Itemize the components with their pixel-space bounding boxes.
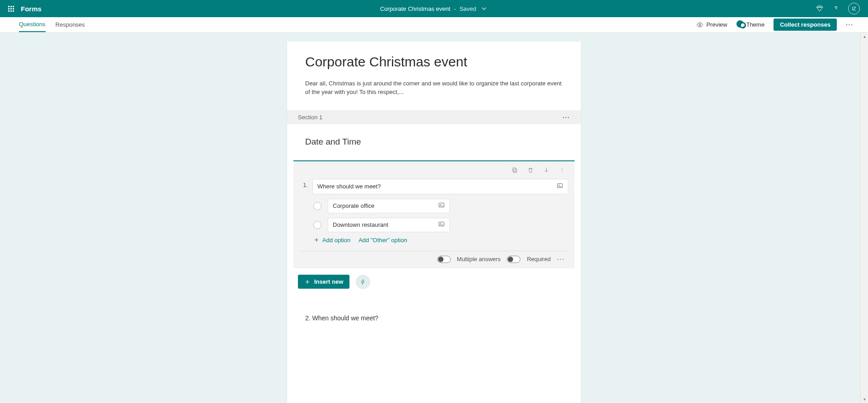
plus-icon xyxy=(304,279,311,285)
vertical-scrollbar[interactable]: ▴ ▾ xyxy=(860,33,868,403)
section-title[interactable]: Date and Time xyxy=(305,137,563,147)
premium-icon[interactable] xyxy=(816,5,824,13)
lightning-icon xyxy=(360,279,366,285)
form-header[interactable]: Corporate Christmas event Dear all, Chri… xyxy=(287,42,581,110)
top-right-actions: IZ xyxy=(816,3,865,14)
scroll-down-arrow[interactable]: ▾ xyxy=(861,395,868,403)
insert-new-label: Insert new xyxy=(314,278,343,285)
form-card: Corporate Christmas event Dear all, Chri… xyxy=(287,42,581,403)
theme-icon xyxy=(736,20,744,29)
question-1-editor: 1. Where should we meet? Corporate offic… xyxy=(293,160,575,268)
question-number: 1. xyxy=(300,179,308,188)
required-toggle[interactable] xyxy=(507,256,520,263)
question-title-text: Where should we meet? xyxy=(317,183,381,190)
form-title-text: Corporate Christmas event xyxy=(380,5,450,12)
svg-point-4 xyxy=(559,185,560,186)
waffle-icon xyxy=(8,6,14,12)
question-footer: Multiple answers Required ··· xyxy=(300,251,568,268)
collect-responses-button[interactable]: Collect responses xyxy=(774,19,837,31)
suggestions-button[interactable] xyxy=(356,275,370,289)
app-name[interactable]: Forms xyxy=(21,5,42,13)
radio-icon xyxy=(313,221,321,229)
multiple-answers-toggle[interactable] xyxy=(437,256,451,263)
chevron-down-icon[interactable] xyxy=(480,5,488,13)
svg-rect-2 xyxy=(513,168,516,171)
option-1-text: Corporate office xyxy=(333,202,374,209)
insert-media-icon[interactable] xyxy=(557,183,563,191)
question-2-preview[interactable]: 2. When should we meet? xyxy=(287,289,581,331)
svg-rect-1 xyxy=(514,169,517,173)
status-separator: - xyxy=(454,5,456,12)
help-icon[interactable] xyxy=(832,5,840,13)
svg-point-6 xyxy=(440,204,441,205)
top-bar: Forms Corporate Christmas event - Saved … xyxy=(0,0,868,17)
plus-icon xyxy=(313,237,320,243)
preview-button[interactable]: Preview xyxy=(696,21,727,28)
multiple-answers-label: Multiple answers xyxy=(457,256,501,262)
option-2-input[interactable]: Downtown restaurant xyxy=(328,218,450,232)
scroll-up-arrow[interactable]: ▴ xyxy=(861,33,868,40)
option-2-text: Downtown restaurant xyxy=(333,221,388,228)
form-title-heading[interactable]: Corporate Christmas event xyxy=(305,54,563,70)
question-2-text: When should we meet? xyxy=(312,314,378,322)
avatar-initials: IZ xyxy=(852,6,856,11)
question-2-number: 2. xyxy=(305,314,311,322)
copy-question-button[interactable] xyxy=(511,167,518,175)
option-1-input[interactable]: Corporate office xyxy=(328,199,450,213)
section-more-button[interactable]: ··· xyxy=(562,114,570,121)
add-option-row: Add option Add "Other" option xyxy=(313,237,568,244)
command-bar: Questions Responses Preview Theme Collec… xyxy=(0,17,868,33)
theme-button[interactable]: Theme xyxy=(736,20,764,29)
canvas-area: Corporate Christmas event Dear all, Chri… xyxy=(0,33,868,403)
insert-row: Insert new xyxy=(287,268,581,289)
form-description[interactable]: Dear all, Christmas is just around the c… xyxy=(305,80,563,97)
form-title-bar[interactable]: Corporate Christmas event - Saved xyxy=(380,5,488,13)
add-other-button[interactable]: Add "Other" option xyxy=(359,237,407,244)
question-title-input[interactable]: Where should we meet? xyxy=(312,179,568,194)
mode-tabs: Questions Responses xyxy=(19,17,85,32)
tab-questions[interactable]: Questions xyxy=(19,17,46,32)
move-down-button[interactable] xyxy=(543,167,550,175)
option-row-2: Downtown restaurant xyxy=(313,218,568,232)
tab-responses[interactable]: Responses xyxy=(56,17,85,32)
section-body[interactable]: Date and Time xyxy=(287,124,581,153)
radio-icon xyxy=(313,202,321,210)
section-label: Section 1 xyxy=(298,114,322,121)
delete-question-button[interactable] xyxy=(527,167,534,175)
question-toolbar xyxy=(300,166,568,179)
more-options-button[interactable]: ··· xyxy=(846,21,854,28)
svg-point-0 xyxy=(699,24,701,26)
user-avatar[interactable]: IZ xyxy=(848,3,860,14)
question-title-row: 1. Where should we meet? xyxy=(300,179,568,199)
insert-new-button[interactable]: Insert new xyxy=(298,275,349,289)
preview-label: Preview xyxy=(706,21,727,28)
add-option-label: Add option xyxy=(322,237,350,244)
option-media-icon[interactable] xyxy=(438,221,445,229)
svg-point-8 xyxy=(440,223,441,224)
command-right: Preview Theme Collect responses ··· xyxy=(696,19,854,31)
move-up-button[interactable] xyxy=(559,167,566,175)
question-more-button[interactable]: ··· xyxy=(557,256,565,262)
add-option-button[interactable]: Add option xyxy=(313,237,350,244)
theme-label: Theme xyxy=(746,21,764,28)
eye-icon xyxy=(696,21,703,28)
save-status: Saved xyxy=(459,5,476,12)
option-media-icon[interactable] xyxy=(438,202,445,210)
app-launcher-button[interactable] xyxy=(3,0,19,17)
section-header[interactable]: Section 1 ··· xyxy=(287,110,581,124)
required-label: Required xyxy=(527,256,551,262)
option-row-1: Corporate office xyxy=(313,199,568,213)
